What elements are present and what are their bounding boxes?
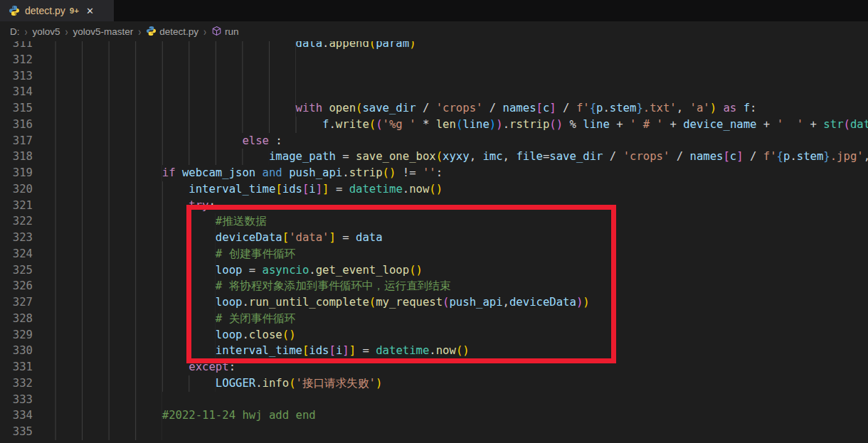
code-line-320[interactable]: interval_time[ids[i]] = datetime.now() <box>28 181 868 198</box>
code-line-326[interactable]: # 将协程对象添加到事件循环中，运行直到结束 <box>28 278 868 294</box>
breadcrumb-symbol-run[interactable]: run <box>211 26 239 37</box>
code-token: datetime <box>376 344 429 357</box>
code-line-319[interactable]: if webcam_json and push_api.strip() != '… <box>28 165 868 181</box>
line-number-331[interactable]: 331 <box>0 359 41 375</box>
line-number-329[interactable]: 329 <box>0 327 41 343</box>
close-icon[interactable]: ✕ <box>86 6 94 16</box>
code-line-311[interactable]: data.append(param) <box>28 41 868 52</box>
code-line-335[interactable] <box>28 424 868 440</box>
code-line-331[interactable]: except: <box>28 359 868 375</box>
line-number-320[interactable]: 320 <box>0 181 41 198</box>
chevron-right-icon: › <box>65 24 68 38</box>
code-token: i <box>309 183 315 196</box>
code-token: c <box>730 150 736 163</box>
breadcrumb-file[interactable]: detect.py <box>146 26 199 37</box>
code-token: # 将协程对象添加到事件循环中，运行直到结束 <box>216 279 451 292</box>
code-line-327[interactable]: loop.run_until_complete(my_request(push_… <box>28 294 868 311</box>
line-number-328[interactable]: 328 <box>0 311 41 327</box>
line-number-326[interactable]: 326 <box>0 278 41 294</box>
line-number-316[interactable]: 316 <box>0 117 41 133</box>
code-token: ) <box>416 264 423 277</box>
code-token: interval_time <box>216 344 302 357</box>
breadcrumb-yolov5-master[interactable]: yolov5-master <box>73 26 134 37</box>
line-number-325[interactable]: 325 <box>0 262 41 279</box>
code-token: . <box>329 118 335 131</box>
code-token: try <box>189 199 208 212</box>
tab-detect-py[interactable]: detect.py 9+ ✕ <box>0 0 114 21</box>
code-token: } <box>636 102 642 114</box>
code-line-333[interactable] <box>28 392 868 408</box>
code-token: names <box>690 150 724 163</box>
code-token: ] <box>349 344 356 357</box>
code-token: rstrip <box>509 118 549 131</box>
line-number-334[interactable]: 334 <box>0 407 41 424</box>
code-token: . <box>242 296 248 309</box>
code-line-315[interactable]: with open(save_dir / 'crops' / names[c] … <box>28 100 868 117</box>
line-number-327[interactable]: 327 <box>0 294 41 311</box>
code-line-329[interactable]: loop.close() <box>28 327 868 343</box>
code-token: str <box>823 118 843 131</box>
code-token: = <box>329 183 349 196</box>
code-token: ( <box>383 166 389 179</box>
code-token: deviceData <box>216 231 282 244</box>
code-line-325[interactable]: loop = asyncio.get_event_loop() <box>28 262 868 279</box>
code-token: append <box>329 41 369 50</box>
breadcrumb-drive[interactable]: D: <box>10 26 20 37</box>
code-line-313[interactable] <box>28 68 868 85</box>
code-token: strip <box>349 166 383 179</box>
code-line-312[interactable] <box>28 52 868 68</box>
line-number-313[interactable]: 313 <box>0 68 41 85</box>
indent-guides <box>28 262 216 279</box>
line-number-319[interactable]: 319 <box>0 165 41 181</box>
code-token: ids <box>309 344 329 357</box>
line-number-318[interactable]: 318 <box>0 149 41 165</box>
line-number-323[interactable]: 323 <box>0 230 41 246</box>
code-token: now <box>436 344 456 357</box>
code-token: push_api <box>289 166 342 179</box>
code-line-316[interactable]: f.write(('%g ' * len(line)).rstrip() % l… <box>28 117 868 133</box>
code-line-318[interactable]: image_path = save_one_box(xyxy, imc, fil… <box>28 149 868 165</box>
code-line-317[interactable]: else : <box>28 133 868 149</box>
code-token: = <box>242 264 262 277</box>
code-line-321[interactable]: try: <box>28 198 868 214</box>
line-number-311[interactable]: 311 <box>0 41 41 52</box>
code-token: [ <box>536 102 543 114</box>
code-line-330[interactable]: interval_time[ids[i]] = datetime.now() <box>28 343 868 359</box>
indent-guides <box>28 133 242 149</box>
code-token: * <box>416 118 436 131</box>
line-number-322[interactable]: 322 <box>0 213 41 230</box>
line-number-324[interactable]: 324 <box>0 246 41 262</box>
code-token: ) <box>556 118 563 131</box>
line-number-312[interactable]: 312 <box>0 52 41 68</box>
code-token: [ <box>329 344 335 357</box>
code-line-322[interactable]: #推送数据 <box>28 213 868 230</box>
code-area[interactable]: data.append(param)with open(save_dir / '… <box>28 41 868 440</box>
code-line-324[interactable]: # 创建事件循环 <box>28 246 868 262</box>
code-line-328[interactable]: # 关闭事件循环 <box>28 311 868 327</box>
code-line-323[interactable]: deviceData['data'] = data <box>28 230 868 246</box>
line-number-321[interactable]: 321 <box>0 198 41 214</box>
code-token: . <box>503 118 509 131</box>
line-number-333[interactable]: 333 <box>0 392 41 408</box>
code-token: ) <box>389 166 396 179</box>
code-token: close <box>249 329 282 341</box>
line-number-332[interactable]: 332 <box>0 375 41 392</box>
line-number-315[interactable]: 315 <box>0 100 41 117</box>
code-token: ( <box>369 296 376 309</box>
code-token: xyxy <box>443 150 470 163</box>
breadcrumb-yolov5[interactable]: yolov5 <box>33 26 60 37</box>
line-number-335[interactable]: 335 <box>0 424 41 440</box>
indent-guides <box>28 41 296 52</box>
code-line-332[interactable]: LOGGER.info('接口请求失败') <box>28 375 868 392</box>
code-token: 'a' <box>690 102 710 114</box>
line-number-330[interactable]: 330 <box>0 343 41 359</box>
line-number-314[interactable]: 314 <box>0 84 41 100</box>
code-token: 'crops' <box>623 150 670 163</box>
code-line-334[interactable]: #2022-11-24 hwj add end <box>28 407 868 424</box>
code-token: data <box>356 231 383 244</box>
code-line-314[interactable] <box>28 84 868 100</box>
code-token: { <box>590 102 596 114</box>
code-token: #推送数据 <box>216 215 267 228</box>
line-number-317[interactable]: 317 <box>0 133 41 149</box>
code-editor[interactable]: data.append(param)with open(save_dir / '… <box>0 41 868 443</box>
